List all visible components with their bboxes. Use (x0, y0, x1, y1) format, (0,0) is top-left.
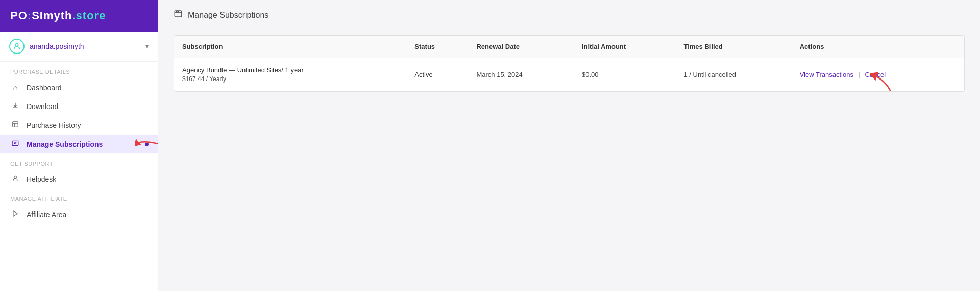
sidebar-item-label: Affiliate Area (27, 210, 66, 219)
get-support-section-label: Get Support (0, 153, 158, 170)
main-content: Manage Subscriptions Subscription Status… (158, 0, 980, 291)
page-header: Manage Subscriptions (158, 0, 980, 30)
sidebar-item-dashboard[interactable]: ⌂ Dashboard (0, 78, 158, 97)
cell-status: Active (406, 58, 468, 91)
brand-name: PO:SImyth.store (10, 9, 106, 22)
table-row: Agency Bundle — Unlimited Sites/ 1 year … (174, 58, 964, 91)
brand-po: PO (10, 9, 28, 22)
view-transactions-link[interactable]: View Transactions (800, 71, 853, 78)
page-header-icon (174, 9, 183, 21)
col-status: Status (406, 36, 468, 58)
manage-affiliate-section-label: Manage Affiliate (0, 189, 158, 205)
purchase-details-section-label: Purchase Details (0, 62, 158, 78)
active-indicator (145, 142, 149, 146)
col-subscription: Subscription (174, 36, 406, 58)
sidebar-item-download[interactable]: Download (0, 97, 158, 116)
col-times-billed: Times Billed (675, 36, 791, 58)
sidebar-item-affiliate-area[interactable]: Affiliate Area (0, 205, 158, 224)
cell-actions: View Transactions | Cancel (792, 58, 964, 91)
subscriptions-table-container: Subscription Status Renewal Date Initial… (174, 35, 965, 92)
sidebar-item-label: Download (27, 102, 58, 111)
col-initial-amount: Initial Amount (574, 36, 676, 58)
sidebar-item-label: Dashboard (27, 84, 62, 92)
cell-initial-amount: $0.00 (574, 58, 676, 91)
sidebar: PO:SImyth.store ananda.posimyth ▾ Purcha… (0, 0, 158, 291)
subscription-name: Agency Bundle — Unlimited Sites/ 1 year (182, 66, 398, 74)
sidebar-logo: PO:SImyth.store (0, 0, 158, 32)
sidebar-item-label: Helpdesk (27, 175, 56, 183)
svg-point-4 (14, 176, 17, 178)
col-actions: Actions (792, 36, 964, 58)
cell-times-billed: 1 / Until cancelled (675, 58, 791, 91)
chevron-down-icon: ▾ (145, 43, 149, 50)
cell-subscription: Agency Bundle — Unlimited Sites/ 1 year … (174, 58, 406, 91)
manage-subscriptions-icon (10, 140, 20, 148)
brand-dot: : (28, 9, 32, 22)
svg-point-8 (178, 11, 179, 12)
svg-point-0 (15, 44, 18, 46)
cell-renewal-date: March 15, 2024 (468, 58, 574, 91)
table-header-row: Subscription Status Renewal Date Initial… (174, 36, 964, 58)
affiliate-area-icon (10, 210, 20, 219)
svg-rect-1 (13, 122, 18, 127)
action-separator: | (859, 71, 860, 78)
col-renewal-date: Renewal Date (468, 36, 574, 58)
brand-simyth: SImyth (32, 9, 72, 22)
status-badge: Active (414, 71, 432, 78)
user-name: ananda.posimyth (30, 42, 145, 50)
page-title: Manage Subscriptions (188, 11, 268, 20)
brand-store: .store (72, 9, 106, 22)
sidebar-item-helpdesk[interactable]: Helpdesk (0, 170, 158, 189)
subscriptions-table: Subscription Status Renewal Date Initial… (174, 36, 964, 91)
cancel-wrapper: Cancel (865, 71, 886, 78)
download-icon (10, 102, 20, 111)
cancel-link[interactable]: Cancel (865, 71, 886, 78)
subscription-price: $167.44 / Yearly (182, 75, 398, 83)
dashboard-icon: ⌂ (10, 83, 20, 92)
svg-point-7 (176, 11, 177, 12)
svg-marker-5 (13, 211, 17, 217)
sidebar-item-purchase-history[interactable]: Purchase History (0, 116, 158, 135)
user-profile[interactable]: ananda.posimyth ▾ (0, 32, 158, 62)
sidebar-item-label: Manage Subscriptions (27, 140, 103, 148)
user-avatar (9, 39, 24, 54)
purchase-history-icon (10, 121, 20, 129)
sidebar-item-manage-subscriptions[interactable]: Manage Subscriptions (0, 135, 158, 153)
helpdesk-icon (10, 175, 20, 183)
sidebar-item-label: Purchase History (27, 121, 81, 129)
